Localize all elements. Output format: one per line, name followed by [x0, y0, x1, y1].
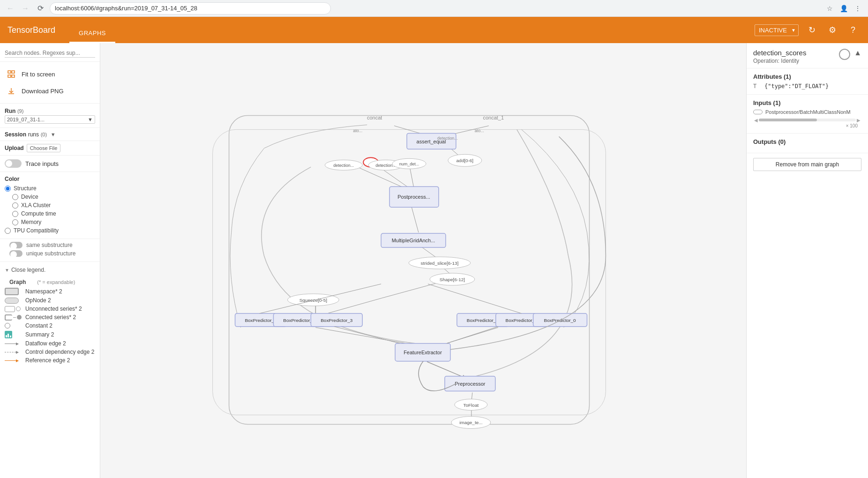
- graph-svg: concat concat_1 assert_equal ato... ato.…: [100, 43, 746, 478]
- tab-graphs[interactable]: GRAPHS: [69, 24, 115, 43]
- panel-outputs: Outputs (0): [747, 134, 868, 153]
- unique-substructure-toggle[interactable]: [9, 250, 22, 257]
- run-select-dropdown[interactable]: 2019_07_31-1... ▼: [5, 115, 95, 124]
- top-nav: TensorBoard GRAPHS INACTIVE ▼ ↻ ⚙ ?: [0, 17, 868, 43]
- svg-text:MultipleGridAnch...: MultipleGridAnch...: [392, 238, 435, 243]
- panel-header: detection_scores Operation: Identity ▲: [747, 43, 868, 68]
- svg-text:strided_slice[6-13]: strided_slice[6-13]: [420, 261, 458, 266]
- inactive-select[interactable]: INACTIVE: [755, 24, 799, 36]
- settings-icon-btn[interactable]: ⚙: [825, 22, 840, 37]
- input-scrollbar[interactable]: [759, 119, 856, 121]
- svg-text:BoxPredictor_5: BoxPredictor_5: [245, 318, 277, 323]
- svg-rect-3: [12, 75, 15, 77]
- menu-button[interactable]: ⋮: [852, 3, 863, 14]
- graph-canvas[interactable]: concat concat_1 assert_equal ato... ato.…: [100, 43, 746, 478]
- trace-inputs-toggle[interactable]: [5, 159, 22, 168]
- fit-to-screen-button[interactable]: Fit to screen: [5, 66, 95, 82]
- svg-line-19: [427, 362, 464, 378]
- color-section: Color Structure Device XLA Cluster Compu…: [0, 172, 100, 239]
- scroll-left-btn[interactable]: ◀: [753, 118, 759, 123]
- svg-text:num_det...: num_det...: [399, 162, 419, 166]
- app: TensorBoard GRAPHS INACTIVE ▼ ↻ ⚙ ?: [0, 17, 868, 478]
- svg-line-61: [428, 284, 522, 314]
- url-text: localhost:6006/#graphs&run=2019_07_31-14…: [55, 5, 197, 12]
- panel-node-icon: [839, 49, 850, 60]
- input-scroll-row: ◀ ▶: [753, 117, 861, 123]
- forward-button[interactable]: →: [20, 3, 31, 14]
- svg-text:ToFloat: ToFloat: [464, 403, 479, 408]
- color-device[interactable]: Device: [5, 193, 95, 201]
- search-input[interactable]: [5, 49, 95, 58]
- svg-text:detection...: detection...: [333, 163, 354, 168]
- svg-text:BoxPredictor_2: BoxPredictor_2: [467, 318, 499, 323]
- color-xla[interactable]: XLA Cluster: [5, 201, 95, 209]
- back-button[interactable]: ←: [5, 3, 16, 14]
- legend-constant: Constant 2: [0, 321, 100, 330]
- svg-line-17: [315, 328, 414, 345]
- input-size-hint: × 100: [753, 123, 861, 128]
- svg-text:concat: concat: [367, 115, 382, 120]
- download-png-button[interactable]: Download PNG: [5, 82, 95, 99]
- refresh-button[interactable]: ⟳: [35, 3, 46, 14]
- choose-file-button[interactable]: Choose File: [27, 144, 61, 152]
- legend-chevron-icon: ▼: [5, 268, 9, 273]
- svg-text:FeatureExtractor: FeatureExtractor: [404, 350, 442, 355]
- svg-text:BoxPredictor_3: BoxPredictor_3: [321, 318, 353, 323]
- legend-summary: Summary 2: [0, 330, 100, 339]
- run-section: Run (9) 2019_07_31-1... ▼: [0, 104, 100, 128]
- svg-text:concat_1: concat_1: [483, 115, 504, 120]
- color-memory[interactable]: Memory: [5, 218, 95, 226]
- panel-header-content: detection_scores Operation: Identity: [753, 49, 806, 64]
- svg-rect-2: [8, 75, 11, 77]
- legend-section: ▼ Close legend. Graph (* = expandable) N…: [0, 262, 100, 478]
- svg-text:ato...: ato...: [475, 128, 484, 133]
- color-tpu[interactable]: TPU Compatibility: [5, 226, 95, 235]
- legend-header[interactable]: ▼ Close legend.: [0, 265, 100, 275]
- search-section: [0, 43, 100, 62]
- color-legend-section: same substructure unique substructure: [0, 239, 100, 262]
- scroll-right-btn[interactable]: ▶: [856, 118, 861, 123]
- address-bar[interactable]: localhost:6006/#graphs&run=2019_07_31-14…: [50, 2, 331, 15]
- browser-bar: ← → ⟳ localhost:6006/#graphs&run=2019_07…: [0, 0, 868, 17]
- svg-text:image_te...: image_te...: [459, 420, 482, 425]
- color-structure[interactable]: Structure: [5, 184, 95, 193]
- session-section: Session runs (0) ▼: [0, 128, 100, 141]
- attr-row-t: T {"type":"DT_FLOAT"}: [753, 83, 861, 90]
- profile-button[interactable]: 👤: [838, 3, 849, 14]
- same-substructure-item: same substructure: [5, 241, 95, 249]
- color-compute[interactable]: Compute time: [5, 209, 95, 218]
- legend-dataflow: ▶ Dataflow edge 2: [0, 339, 100, 348]
- bookmark-button[interactable]: ☆: [824, 3, 835, 14]
- top-nav-tabs: GRAPHS: [69, 17, 115, 43]
- legend-opnode: OpNode 2: [0, 296, 100, 305]
- fit-icon: [5, 67, 18, 81]
- legend-reference: ▶ Reference edge 2: [0, 356, 100, 365]
- panel-collapse-button[interactable]: ▲: [854, 49, 861, 57]
- svg-text:ato...: ato...: [353, 128, 362, 133]
- session-dropdown-arrow: ▼: [51, 132, 56, 137]
- input-node: Postprocessor/BatchMultiClassNonM: [753, 109, 861, 115]
- svg-line-60: [260, 284, 382, 314]
- legend-unconnected: Unconnected series* 2: [0, 305, 100, 313]
- trace-inputs-slider: [5, 159, 22, 168]
- svg-line-13: [412, 207, 419, 232]
- help-icon-btn[interactable]: ?: [846, 22, 861, 37]
- browser-actions: ☆ 👤 ⋮: [824, 3, 863, 14]
- refresh-icon-btn[interactable]: ↻: [804, 22, 819, 37]
- sidebar: Fit to screen Download PNG Ru: [0, 43, 100, 478]
- remove-from-graph-button[interactable]: Remove from main graph: [753, 158, 861, 171]
- run-dropdown-arrow: ▼: [88, 117, 93, 122]
- svg-text:Preprocessor: Preprocessor: [455, 381, 486, 387]
- right-panel: detection_scores Operation: Identity ▲ A…: [746, 43, 868, 478]
- same-substructure-toggle[interactable]: [9, 242, 22, 248]
- svg-text:add[0-6]: add[0-6]: [456, 158, 474, 163]
- svg-line-65: [447, 327, 498, 344]
- main-area: Fit to screen Download PNG Ru: [0, 43, 868, 478]
- actions-section: Fit to screen Download PNG: [0, 62, 100, 104]
- svg-rect-6: [213, 129, 606, 415]
- svg-rect-0: [8, 71, 11, 73]
- svg-text:Postprocess...: Postprocess...: [397, 194, 430, 200]
- trace-inputs-row: Trace inputs: [0, 156, 100, 172]
- legend-namespace: Namespace* 2: [0, 287, 100, 296]
- legend-connected: Connected series* 2: [0, 313, 100, 321]
